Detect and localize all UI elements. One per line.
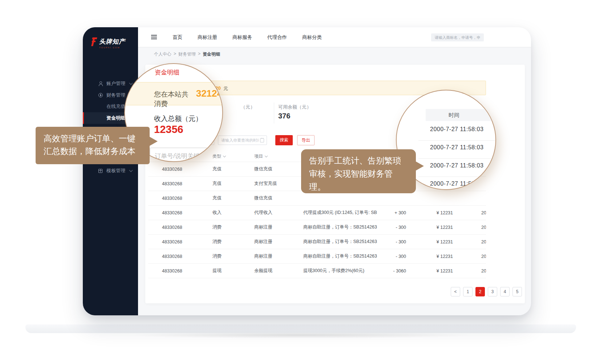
sidebar: 头牌知产 TOUPAI.COM 账户管理 财务管理 在线充值 资金明细 [83, 27, 138, 315]
sidebar-item-label: 财务管理 [106, 92, 125, 98]
sidebar-subitem-label: 在线充值 [106, 103, 125, 110]
coin-icon [98, 93, 103, 97]
table-row[interactable]: 48330268收入代理收入代理提成300元 (ID:1245, 订单号: SB… [148, 206, 486, 220]
magnified-income-value: 12356 [154, 124, 183, 136]
time-input[interactable] [218, 136, 267, 145]
callout-line: 高效管理账户订单、一键 [44, 132, 150, 145]
magnified-time-header: 时间 [426, 109, 495, 121]
callout-line: 审核，实现智能财务管 [309, 167, 416, 180]
page-button-1[interactable]: 1 [463, 287, 473, 296]
nav-item-services[interactable]: 商标服务 [232, 34, 252, 41]
logo-text: 头牌知产 [99, 37, 125, 46]
breadcrumb: 个人中心 > 财务管理 > 资金明细 [154, 51, 220, 57]
person-icon [98, 81, 103, 86]
top-nav: 首页 商标注册 商标服务 代理合作 商标分类 [138, 27, 531, 47]
expense-label: （元） [241, 104, 255, 110]
table-row[interactable]: 48330268充值微信充值 [148, 191, 486, 206]
export-button[interactable]: 导出 [297, 135, 315, 145]
callout-left: 高效管理账户订单、一键 汇总数据，降低财务成本 [36, 127, 150, 164]
top-nav-items: 首页 商标注册 商标服务 代理合作 商标分类 [173, 27, 322, 47]
magnified-time-row: 2000-7-27 11:58:03 [418, 126, 495, 141]
breadcrumb-item[interactable]: 财务管理 [178, 51, 196, 57]
magnified-banner-text: 您在本站共消费 32124 [154, 88, 222, 109]
magnified-tab: 资金明细 [155, 68, 179, 77]
sidebar-item-account[interactable]: 账户管理 [83, 78, 138, 89]
callout-line: 告别手工统计、告别繁琐 [309, 154, 416, 167]
breadcrumb-separator: > [198, 51, 200, 57]
page-button-5[interactable]: 5 [512, 287, 522, 296]
breadcrumb-current: 资金明细 [203, 51, 220, 57]
app-logo[interactable]: 头牌知产 TOUPAI.COM [91, 37, 125, 49]
sidebar-item-template[interactable]: 模板管理 [83, 165, 138, 176]
logo-mark-icon [91, 37, 97, 46]
calendar-icon[interactable] [260, 138, 264, 142]
callout-right: 告别手工统计、告别繁琐 审核，实现智能财务管 理。 [301, 149, 416, 193]
logo-subtext: TOUPAI.COM [99, 46, 125, 49]
trademark-search-input[interactable] [431, 33, 484, 41]
chevron-down-icon [129, 169, 133, 172]
balance-label: 可用余额（元） [278, 104, 311, 110]
breadcrumb-separator: > [174, 51, 176, 57]
table-row[interactable]: 48330268消费商标注册商标自助注册，订单号：SB2514263J- 300… [148, 220, 486, 235]
page-button-3[interactable]: 3 [488, 287, 497, 296]
magnified-income-label: 收入总额（元） [154, 114, 202, 124]
magnified-time-row: 2000-7-27 11:58:03 [418, 144, 495, 159]
caret-down-icon [265, 154, 268, 157]
balance-value: 376 [278, 112, 290, 120]
callout-line: 理。 [309, 180, 416, 193]
hamburger-menu-icon[interactable] [151, 35, 157, 39]
table-row[interactable]: 48330268提现余额提现提现3000元，手续费2%(60元)- 3060¥ … [148, 264, 486, 278]
caret-down-icon [223, 154, 226, 157]
chevron-down-icon [129, 81, 133, 85]
table-row[interactable]: 48330268消费商标注册商标自助注册，订单号：SB2514263J- 300… [148, 249, 486, 264]
sidebar-item-label: 模板管理 [106, 167, 125, 174]
nav-item-category[interactable]: 商标分类 [302, 34, 322, 41]
search-button[interactable]: 搜索 [275, 135, 293, 145]
table-row[interactable]: 48330268消费商标注册商标自助注册，订单号：SB2514263J- 300… [148, 235, 486, 249]
project-header[interactable]: 项目 [240, 153, 289, 159]
prev-page-button[interactable]: < [451, 287, 460, 296]
page-button-2-active[interactable]: 2 [475, 287, 485, 296]
pagination: < 1 2 3 4 5 [451, 287, 522, 296]
sidebar-item-label: 账户管理 [106, 80, 125, 87]
laptop-base [25, 324, 576, 333]
banner-unit: 元 [223, 85, 228, 92]
time-filter-input[interactable] [218, 136, 267, 145]
grid-icon [98, 169, 102, 173]
page-button-4[interactable]: 4 [500, 287, 510, 296]
type-header[interactable]: 类型 [199, 153, 240, 159]
marketing-canvas: 头牌知产 TOUPAI.COM 账户管理 财务管理 在线充值 资金明细 [0, 0, 616, 364]
sidebar-subitem-label: 资金明细 [106, 115, 125, 121]
breadcrumb-item[interactable]: 个人中心 [154, 51, 171, 57]
nav-item-agency[interactable]: 代理合作 [267, 34, 287, 41]
nav-item-home[interactable]: 首页 [173, 34, 182, 41]
callout-line: 汇总数据，降低财务成本 [44, 145, 150, 158]
stats-divider [274, 102, 274, 124]
nav-item-register[interactable]: 商标注册 [198, 34, 217, 41]
